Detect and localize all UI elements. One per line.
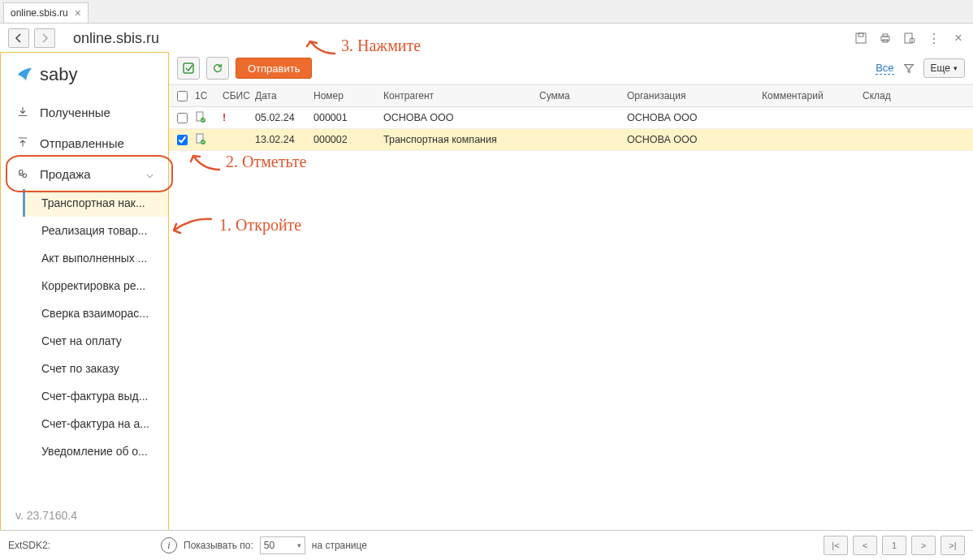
page-next-button[interactable]: > — [911, 536, 936, 555]
send-button[interactable]: Отправить — [236, 58, 312, 79]
svg-rect-0 — [856, 33, 866, 43]
tab-close-icon[interactable]: × — [75, 6, 81, 19]
col-org[interactable]: Организация — [627, 90, 762, 101]
refresh-button[interactable] — [206, 57, 229, 80]
more-button[interactable]: Еще ▾ — [923, 58, 965, 78]
toolbar: Отправить Все Еще ▾ — [169, 52, 973, 85]
sale-icon — [15, 166, 30, 181]
grid-body: !05.02.24000001ОСНОВА ООООСНОВА ООО13.02… — [169, 107, 973, 151]
sale-sub-item[interactable]: Сверка взаиморас... — [25, 299, 168, 327]
chevron-down-icon: ▾ — [954, 64, 958, 72]
col-contr[interactable]: Контрагент — [383, 90, 539, 101]
sale-sub-item[interactable]: Корректировка ре... — [25, 272, 168, 299]
saby-bird-icon — [15, 66, 33, 84]
col-skl[interactable]: Склад — [863, 90, 973, 101]
browser-tab-bar: online.sbis.ru × — [0, 0, 973, 24]
show-per-label: Показывать по: — [184, 540, 253, 551]
cell-org: ОСНОВА ООО — [627, 112, 762, 123]
chevron-down-icon: ⌵ — [146, 166, 154, 181]
col-1c[interactable]: 1С — [195, 90, 223, 101]
cell-contragent: Транспортная компания — [383, 134, 539, 145]
page-prev-button[interactable]: < — [853, 536, 877, 555]
col-sum[interactable]: Сумма — [539, 90, 627, 101]
sale-sub-item[interactable]: Реализация товар... — [25, 217, 168, 244]
sidebar-item-label: Полученные — [40, 106, 110, 119]
col-comm[interactable]: Комментарий — [762, 90, 863, 101]
menu-dots-icon[interactable]: ⋮ — [928, 32, 941, 45]
info-icon[interactable]: i — [161, 537, 177, 554]
doc-status-icon — [195, 133, 206, 144]
per-page-value: 50 — [264, 540, 275, 551]
annotation-text: 1. Откройте — [219, 216, 301, 235]
more-label: Еще — [931, 62, 950, 74]
annotation-open: 1. Откройте — [169, 213, 301, 237]
sale-sub-item[interactable]: Транспортная нак... — [23, 189, 168, 217]
annotation-mark: 2. Отметьте — [188, 149, 306, 174]
content-area: Отправить Все Еще ▾ 1С СБИС Дата Номер К… — [169, 52, 973, 531]
svg-rect-1 — [858, 33, 863, 37]
forward-button[interactable] — [34, 28, 55, 48]
page-first-button[interactable]: |< — [824, 536, 848, 555]
col-sbis[interactable]: СБИС — [223, 90, 255, 101]
svg-rect-3 — [883, 34, 888, 37]
chevron-down-icon: ▾ — [297, 541, 301, 549]
close-window-icon[interactable]: × — [952, 32, 965, 45]
select-all-checkbox[interactable] — [177, 91, 188, 101]
sidebar: saby Полученные Отправленные Продажа ⌵ Т… — [0, 52, 169, 531]
print-icon[interactable] — [879, 32, 892, 45]
funnel-icon[interactable] — [902, 62, 915, 75]
upload-icon — [15, 136, 30, 150]
sidebar-item-label: Отправленные — [40, 136, 124, 150]
page-current[interactable]: 1 — [882, 536, 906, 555]
sale-sub-item[interactable]: Счет на оплату — [25, 327, 168, 355]
cell-date: 05.02.24 — [255, 112, 314, 123]
svg-rect-9 — [184, 63, 193, 73]
table-row[interactable]: !05.02.24000001ОСНОВА ООООСНОВА ООО — [169, 107, 973, 129]
sidebar-item-received[interactable]: Полученные — [1, 97, 168, 127]
back-button[interactable] — [8, 28, 29, 48]
cell-date: 13.02.24 — [255, 134, 314, 145]
brand-logo: saby — [1, 53, 168, 97]
filter-all-link[interactable]: Все — [876, 62, 893, 75]
per-page-select[interactable]: 50 ▾ — [260, 536, 305, 554]
on-page-label: на странице — [312, 540, 367, 551]
grid-header: 1С СБИС Дата Номер Контрагент Сумма Орга… — [169, 85, 973, 107]
sale-sub-item[interactable]: Счет по заказу — [25, 355, 168, 382]
version-label: v. 23.7160.4 — [1, 501, 168, 530]
doc-status-icon — [195, 111, 206, 123]
download-icon — [15, 105, 30, 119]
col-date[interactable]: Дата — [255, 90, 314, 101]
row-checkbox[interactable] — [177, 113, 188, 123]
export-button[interactable] — [177, 57, 200, 80]
url-text: online.sbis.ru — [73, 30, 159, 47]
save-icon[interactable] — [854, 32, 867, 45]
sale-sub-item[interactable]: Акт выполненных ... — [25, 244, 168, 272]
status-bar: ExtSDK2: i Показывать по: 50 ▾ на страни… — [0, 530, 973, 560]
svg-point-7 — [19, 170, 24, 174]
cell-num: 000002 — [314, 134, 383, 145]
sidebar-item-sale[interactable]: Продажа ⌵ — [1, 158, 168, 189]
sale-submenu: Транспортная нак... Реализация товар... … — [25, 189, 168, 465]
cell-org: ОСНОВА ООО — [627, 134, 762, 145]
row-checkbox[interactable] — [177, 135, 188, 145]
address-bar: online.sbis.ru ⋮ × — [0, 24, 973, 53]
cell-contragent: ОСНОВА ООО — [383, 112, 539, 123]
sidebar-item-label: Продажа — [40, 167, 91, 181]
alert-icon: ! — [223, 112, 226, 123]
tab-title: online.sbis.ru — [11, 7, 68, 19]
col-num[interactable]: Номер — [314, 90, 383, 101]
sdk-label: ExtSDK2: — [8, 540, 50, 551]
brand-name: saby — [40, 64, 77, 85]
sale-sub-item[interactable]: Счет-фактура на а... — [25, 410, 168, 437]
table-row[interactable]: 13.02.24000002Транспортная компанияОСНОВ… — [169, 129, 973, 151]
cell-num: 000001 — [314, 112, 383, 123]
page-last-button[interactable]: >| — [941, 536, 965, 555]
sale-sub-item[interactable]: Уведомление об о... — [25, 437, 168, 465]
sale-sub-item[interactable]: Счет-фактура выд... — [25, 382, 168, 410]
browser-tab[interactable]: online.sbis.ru × — [3, 2, 89, 23]
preview-icon[interactable] — [903, 32, 916, 45]
annotation-text: 2. Отметьте — [226, 153, 306, 171]
sidebar-item-sent[interactable]: Отправленные — [1, 127, 168, 158]
